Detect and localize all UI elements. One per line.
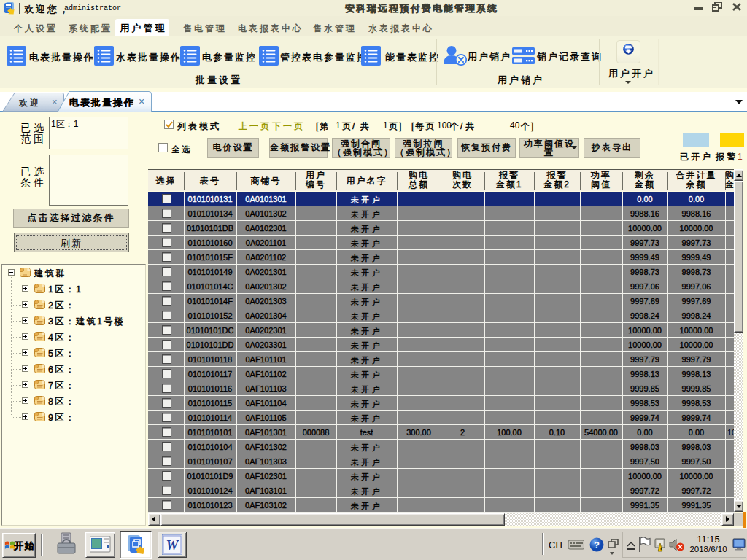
svg-text:?: ?: [594, 540, 600, 551]
svg-text:!: !: [660, 546, 662, 553]
svg-text:W: W: [166, 537, 179, 553]
